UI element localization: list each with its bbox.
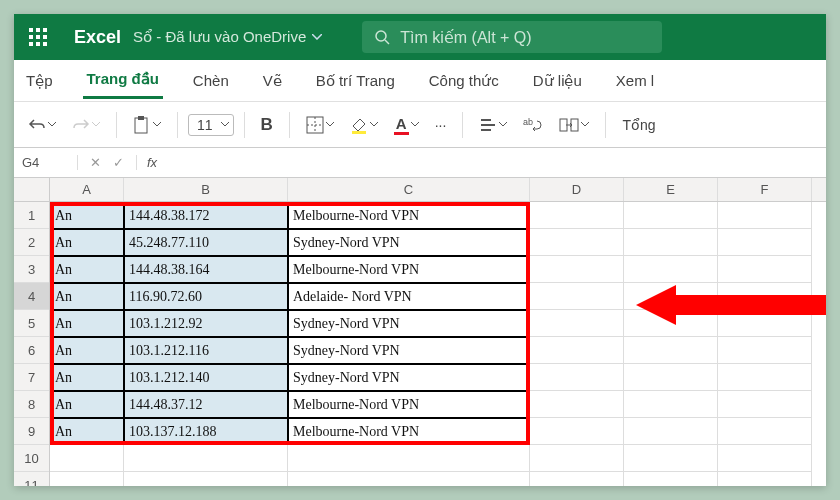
cell[interactable] <box>624 337 718 364</box>
cancel-formula-icon[interactable]: ✕ <box>90 155 101 170</box>
app-launcher-icon[interactable] <box>14 28 62 46</box>
cell[interactable]: An <box>50 283 124 310</box>
select-all-corner[interactable] <box>14 178 49 202</box>
cell[interactable]: Sydney-Nord VPN <box>288 229 530 256</box>
row-header[interactable]: 10 <box>14 445 49 472</box>
cell[interactable] <box>624 202 718 229</box>
row-header[interactable]: 4 <box>14 283 49 310</box>
cell[interactable] <box>530 202 624 229</box>
cell[interactable]: Sydney-Nord VPN <box>288 337 530 364</box>
cell[interactable] <box>50 445 124 472</box>
row-header[interactable]: 11 <box>14 472 49 486</box>
cell[interactable] <box>124 472 288 486</box>
cell[interactable]: 103.1.212.116 <box>124 337 288 364</box>
cell[interactable]: Sydney-Nord VPN <box>288 364 530 391</box>
cell[interactable]: Melbourne-Nord VPN <box>288 202 530 229</box>
cell[interactable] <box>624 364 718 391</box>
more-font-button[interactable]: ··· <box>429 113 453 137</box>
cell[interactable] <box>124 445 288 472</box>
cell[interactable]: An <box>50 256 124 283</box>
cell[interactable]: Adelaide- Nord VPN <box>288 283 530 310</box>
fill-color-button[interactable] <box>344 112 384 138</box>
cell[interactable]: An <box>50 364 124 391</box>
tab-data[interactable]: Dữ liệu <box>529 64 586 98</box>
column-header-A[interactable]: A <box>50 178 124 201</box>
cell[interactable] <box>718 364 812 391</box>
cell[interactable] <box>718 472 812 486</box>
cell[interactable] <box>718 445 812 472</box>
cell[interactable] <box>718 202 812 229</box>
column-header-E[interactable]: E <box>624 178 718 201</box>
cell[interactable]: Melbourne-Nord VPN <box>288 418 530 445</box>
cell[interactable]: An <box>50 391 124 418</box>
cell[interactable] <box>624 445 718 472</box>
search-input[interactable]: Tìm kiếm (Alt + Q) <box>362 21 662 53</box>
undo-button[interactable] <box>22 113 62 137</box>
cell[interactable]: 103.1.212.92 <box>124 310 288 337</box>
cell[interactable] <box>530 256 624 283</box>
cell[interactable] <box>530 229 624 256</box>
autosum-button[interactable]: Tổng <box>616 113 661 137</box>
cell[interactable] <box>530 391 624 418</box>
cell[interactable]: Melbourne-Nord VPN <box>288 391 530 418</box>
cell[interactable] <box>530 337 624 364</box>
tab-formulas[interactable]: Công thức <box>425 64 503 98</box>
tab-view[interactable]: Xem l <box>612 64 658 97</box>
cell[interactable]: An <box>50 337 124 364</box>
cell[interactable]: 116.90.72.60 <box>124 283 288 310</box>
cell[interactable] <box>530 283 624 310</box>
name-box[interactable]: G4 <box>14 155 78 170</box>
row-header[interactable]: 9 <box>14 418 49 445</box>
bold-button[interactable]: B <box>255 111 279 139</box>
cell[interactable] <box>530 418 624 445</box>
cell[interactable] <box>718 256 812 283</box>
cell[interactable] <box>50 472 124 486</box>
cell[interactable] <box>624 229 718 256</box>
cell[interactable]: 144.48.37.12 <box>124 391 288 418</box>
cell[interactable] <box>718 391 812 418</box>
document-title[interactable]: Sổ - Đã lưu vào OneDrive <box>133 28 322 46</box>
cell[interactable] <box>530 445 624 472</box>
font-size-input[interactable]: 11 <box>188 114 234 136</box>
cell[interactable] <box>718 337 812 364</box>
row-header[interactable]: 7 <box>14 364 49 391</box>
cell[interactable]: Sydney-Nord VPN <box>288 310 530 337</box>
cell[interactable] <box>624 418 718 445</box>
tab-insert[interactable]: Chèn <box>189 64 233 97</box>
cell[interactable]: An <box>50 310 124 337</box>
align-middle-button[interactable] <box>473 113 513 137</box>
row-header[interactable]: 8 <box>14 391 49 418</box>
cell[interactable] <box>718 418 812 445</box>
column-header-C[interactable]: C <box>288 178 530 201</box>
wrap-text-button[interactable]: ab <box>517 113 549 137</box>
cell[interactable]: 45.248.77.110 <box>124 229 288 256</box>
row-header[interactable]: 6 <box>14 337 49 364</box>
cell[interactable] <box>624 472 718 486</box>
tab-file[interactable]: Tệp <box>22 64 57 98</box>
spreadsheet-grid[interactable]: 123456789101112 ABCDEF An144.48.38.172Me… <box>14 178 826 486</box>
cell[interactable]: Melbourne-Nord VPN <box>288 256 530 283</box>
font-color-button[interactable]: A <box>388 111 425 139</box>
paste-button[interactable] <box>127 111 167 139</box>
cell[interactable] <box>624 256 718 283</box>
cell[interactable] <box>288 445 530 472</box>
cell[interactable]: 103.1.212.140 <box>124 364 288 391</box>
tab-layout[interactable]: Bố trí Trang <box>312 64 399 98</box>
cell[interactable]: 144.48.38.164 <box>124 256 288 283</box>
fx-label[interactable]: fx <box>137 155 167 170</box>
row-header[interactable]: 3 <box>14 256 49 283</box>
cell[interactable] <box>530 472 624 486</box>
column-header-F[interactable]: F <box>718 178 812 201</box>
merge-button[interactable] <box>553 113 595 137</box>
cell[interactable]: 144.48.38.172 <box>124 202 288 229</box>
cell[interactable]: An <box>50 202 124 229</box>
column-header-D[interactable]: D <box>530 178 624 201</box>
cell[interactable]: An <box>50 418 124 445</box>
cell[interactable] <box>624 391 718 418</box>
cell[interactable]: An <box>50 229 124 256</box>
tab-home[interactable]: Trang đầu <box>83 62 163 99</box>
tab-draw[interactable]: Vẽ <box>259 64 286 98</box>
confirm-formula-icon[interactable]: ✓ <box>113 155 124 170</box>
redo-button[interactable] <box>66 113 106 137</box>
row-header[interactable]: 5 <box>14 310 49 337</box>
